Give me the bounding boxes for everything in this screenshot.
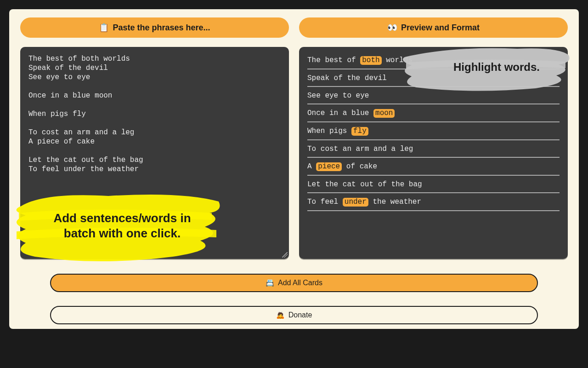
donate-icon: 🙇: [276, 311, 285, 319]
preview-row[interactable]: To cost an arm and a leg: [307, 140, 560, 158]
preview-panel: The best of both worldsSpeak of the devi…: [299, 47, 568, 259]
input-panel: [20, 47, 289, 259]
preview-row[interactable]: A piece of cake: [307, 158, 560, 176]
preview-row[interactable]: To feel under the weather: [307, 193, 560, 211]
preview-column: 👀 Preview and Format The best of both wo…: [299, 17, 568, 259]
preview-list[interactable]: The best of both worldsSpeak of the devi…: [299, 47, 568, 218]
button-row: 📇 Add All Cards 🙇 Donate: [20, 274, 568, 324]
donate-button[interactable]: 🙇 Donate: [50, 306, 538, 324]
cards-icon: 📇: [266, 279, 274, 287]
add-all-cards-label: Add All Cards: [278, 279, 322, 287]
preview-row[interactable]: The best of both worlds: [307, 52, 560, 69]
highlighted-word[interactable]: moon: [373, 109, 395, 118]
clipboard-icon: 📋: [99, 23, 109, 33]
preview-header: 👀 Preview and Format: [299, 17, 568, 38]
input-column: 📋 Paste the phrases here... Add sentence…: [20, 17, 289, 259]
two-column-layout: 📋 Paste the phrases here... Add sentence…: [20, 17, 568, 259]
highlighted-word[interactable]: piece: [316, 162, 342, 171]
input-header-label: Paste the phrases here...: [113, 23, 210, 33]
phrases-textarea[interactable]: [20, 47, 289, 259]
donate-label: Donate: [288, 311, 312, 319]
eyes-icon: 👀: [387, 23, 397, 33]
preview-row[interactable]: See eye to eye: [307, 87, 560, 104]
preview-header-label: Preview and Format: [401, 23, 480, 33]
input-header: 📋 Paste the phrases here...: [20, 17, 289, 38]
highlighted-word[interactable]: fly: [351, 127, 368, 136]
preview-row[interactable]: When pigs fly: [307, 122, 560, 140]
preview-row[interactable]: Let the cat out of the bag: [307, 176, 560, 193]
app-card: 📋 Paste the phrases here... Add sentence…: [9, 9, 579, 329]
highlighted-word[interactable]: both: [360, 56, 381, 65]
preview-row[interactable]: Speak of the devil: [307, 69, 560, 87]
add-all-cards-button[interactable]: 📇 Add All Cards: [50, 274, 538, 292]
preview-row[interactable]: Once in a blue moon: [307, 104, 560, 122]
highlighted-word[interactable]: under: [343, 198, 368, 207]
